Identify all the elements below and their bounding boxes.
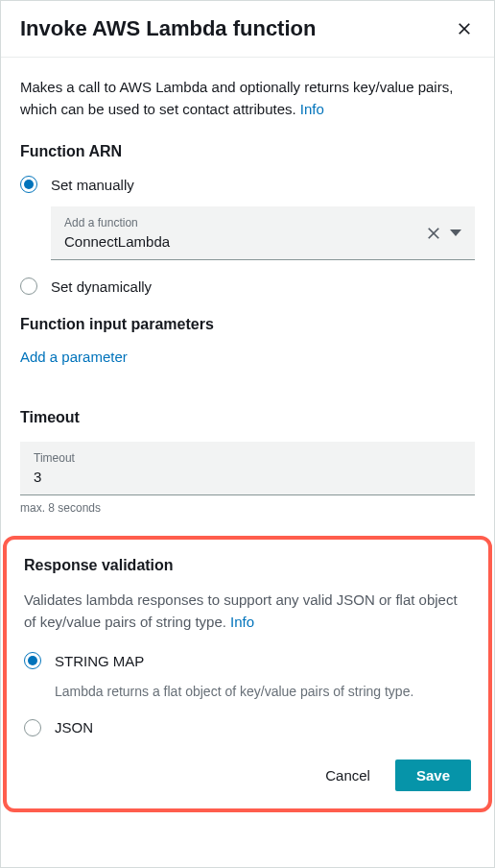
function-dropdown-text: Add a function ConnectLambda: [64, 216, 170, 250]
json-label: JSON: [55, 719, 93, 735]
radio-button-unselected-icon: [24, 719, 41, 736]
function-dropdown-label: Add a function: [64, 216, 170, 229]
input-params-section: Function input parameters Add a paramete…: [20, 316, 475, 388]
response-info-link[interactable]: Info: [230, 614, 254, 630]
response-validation-desc: Validates lambda responses to support an…: [24, 590, 471, 633]
string-map-label: STRING MAP: [55, 653, 144, 669]
description-text: Makes a call to AWS Lambda and optionall…: [20, 79, 453, 117]
function-dropdown[interactable]: Add a function ConnectLambda: [51, 206, 475, 260]
timeout-hint: max. 8 seconds: [20, 501, 475, 515]
info-link[interactable]: Info: [300, 101, 324, 117]
set-manually-label: Set manually: [51, 177, 134, 193]
radio-button-unselected-icon: [20, 277, 37, 295]
function-dropdown-icons: [427, 227, 461, 240]
input-params-title: Function input parameters: [20, 316, 475, 333]
chevron-down-icon[interactable]: [450, 229, 461, 237]
invoke-lambda-panel: Invoke AWS Lambda function Makes a call …: [0, 0, 495, 868]
function-arn-title: Function ARN: [20, 143, 475, 160]
panel-body: Makes a call to AWS Lambda and optionall…: [1, 58, 494, 867]
footer-actions: Cancel Save: [24, 760, 471, 791]
radio-button-selected-icon: [24, 652, 41, 669]
string-map-desc: Lambda returns a flat object of key/valu…: [55, 683, 471, 702]
close-button[interactable]: [454, 18, 475, 39]
timeout-title: Timeout: [20, 409, 475, 426]
clear-icon[interactable]: [427, 227, 440, 240]
panel-description: Makes a call to AWS Lambda and optionall…: [20, 77, 475, 120]
set-dynamically-label: Set dynamically: [51, 278, 152, 295]
panel-title: Invoke AWS Lambda function: [20, 16, 316, 41]
radio-string-map[interactable]: STRING MAP: [24, 652, 471, 669]
save-button[interactable]: Save: [395, 760, 471, 791]
radio-button-selected-icon: [20, 176, 37, 193]
radio-set-dynamically[interactable]: Set dynamically: [20, 277, 475, 295]
timeout-input[interactable]: Timeout 3: [20, 442, 475, 495]
cancel-button[interactable]: Cancel: [314, 760, 382, 791]
function-arn-section: Function ARN Set manually Add a function…: [20, 143, 475, 295]
response-validation-highlight: Response validation Validates lambda res…: [3, 536, 492, 812]
timeout-input-label: Timeout: [34, 451, 461, 465]
timeout-input-value: 3: [34, 469, 461, 485]
radio-set-manually[interactable]: Set manually: [20, 176, 475, 193]
add-parameter-link[interactable]: Add a parameter: [20, 349, 128, 365]
function-dropdown-value: ConnectLambda: [64, 233, 170, 250]
panel-header: Invoke AWS Lambda function: [1, 1, 494, 58]
timeout-section: Timeout Timeout 3 max. 8 seconds: [20, 409, 475, 515]
response-validation-title: Response validation: [24, 557, 471, 574]
close-icon: [458, 22, 471, 36]
radio-json[interactable]: JSON: [24, 719, 471, 736]
